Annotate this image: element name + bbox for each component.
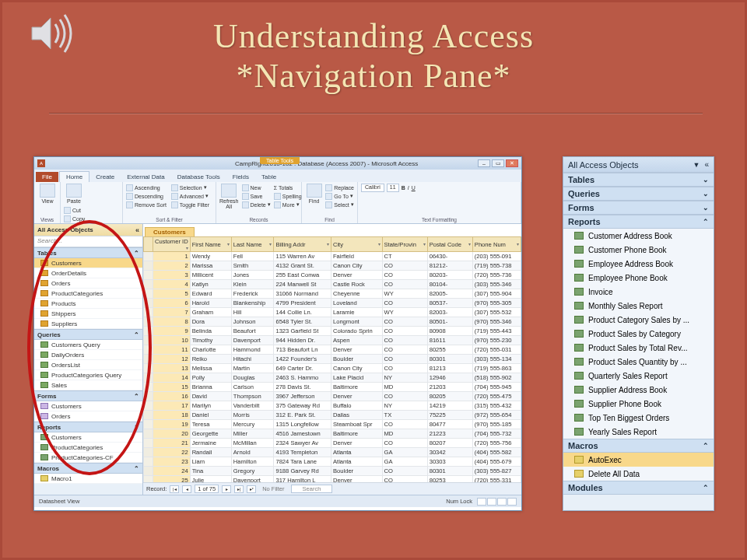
- tab-externaldata[interactable]: External Data: [121, 172, 170, 182]
- replace-button[interactable]: Replace: [325, 184, 354, 191]
- nav-item[interactable]: Customers: [34, 401, 142, 411]
- nav-item[interactable]: Quarterly Sales Report: [563, 369, 714, 383]
- nav-item[interactable]: OrdersList: [34, 360, 142, 370]
- table-row[interactable]: 19TeresaMercury1315 LongfellowSteamboat …: [144, 420, 521, 429]
- prev-record[interactable]: ◂: [182, 485, 191, 493]
- column-header[interactable]: Billing Addr▾: [274, 237, 331, 252]
- nav-item[interactable]: AutoExec: [563, 453, 714, 467]
- minimize-button[interactable]: –: [478, 159, 490, 167]
- column-header[interactable]: Last Name▾: [231, 237, 274, 252]
- cat-reports[interactable]: Reports⌃: [34, 422, 142, 432]
- table-row[interactable]: 7GrahamHill144 Collie Ln.LaramieWY82003-…: [144, 308, 521, 317]
- nav-item[interactable]: Sales: [34, 380, 142, 390]
- nav-item[interactable]: Yearly Sales Report: [563, 425, 714, 439]
- nav-item[interactable]: ProductCategories: [34, 443, 142, 453]
- nav-item[interactable]: Product Sales by Total Rev...: [563, 341, 714, 355]
- column-header[interactable]: Customer ID▾: [153, 237, 191, 252]
- table-row[interactable]: 9BelindaBeaufort1323 Garfield StColorado…: [144, 327, 521, 336]
- paste-button[interactable]: Paste: [64, 184, 84, 204]
- nav-item[interactable]: ProductCategories Query: [34, 370, 142, 380]
- search-box[interactable]: Search: [291, 485, 333, 493]
- nav-item[interactable]: Delete All Data: [563, 467, 714, 481]
- selection-button[interactable]: Selection▾: [171, 184, 209, 191]
- nav-item[interactable]: Monthly Sales Report: [563, 299, 714, 313]
- column-header[interactable]: City▾: [331, 237, 382, 252]
- last-record[interactable]: ▸|: [234, 485, 244, 493]
- table-row[interactable]: 8DoraJohnson6548 Tyler St.LongmontCO8050…: [144, 317, 521, 327]
- new-record[interactable]: ▸*: [247, 485, 256, 493]
- nav-item[interactable]: Supplier Address Book: [563, 383, 714, 397]
- nav-item[interactable]: Orders: [34, 278, 142, 289]
- table-row[interactable]: 24TinaGregory9188 Garvey RdBoulderCO8030…: [144, 467, 521, 476]
- table-row[interactable]: 20GeorgetteMiller4516 JamestownBaltimore…: [144, 429, 521, 439]
- font-size[interactable]: 11: [387, 184, 399, 192]
- more-button[interactable]: More▾: [274, 201, 302, 208]
- nav-item[interactable]: Product Sales by Category: [563, 327, 714, 341]
- nav-item[interactable]: Suppliers: [34, 319, 142, 329]
- nav-item[interactable]: Shippers: [34, 309, 142, 319]
- file-tab[interactable]: File: [36, 172, 58, 182]
- nav-item[interactable]: Employee Phone Book: [563, 271, 714, 285]
- navpane-header[interactable]: All Access Objects«: [34, 224, 142, 236]
- table-row[interactable]: 17MarilynVanderbilt375 Gateway RdBuffalo…: [144, 401, 521, 411]
- tab-table[interactable]: Table: [255, 172, 282, 182]
- next-record[interactable]: ▸: [222, 485, 231, 493]
- view-icons[interactable]: [477, 498, 517, 506]
- table-row[interactable]: 13MelissaMartin649 Carter Dr.Canon CityC…: [144, 364, 521, 373]
- tab-create[interactable]: Create: [89, 172, 121, 182]
- table-row[interactable]: 16DavidThompson3967 JeffersonDenverCO802…: [144, 392, 521, 401]
- np2-cat-reports[interactable]: Reports⌃: [563, 215, 714, 229]
- table-row[interactable]: 11CharlotteHammond713 Beaufort LnDenverC…: [144, 345, 521, 355]
- nav-item[interactable]: OrderDetails: [34, 268, 142, 278]
- table-row[interactable]: 25JulieDavenport317 Hamilton LDenverCO80…: [144, 476, 521, 483]
- table-row[interactable]: 2MarissaSmith4132 Grant St.Canon CityCO8…: [144, 261, 521, 271]
- nav-item[interactable]: Customers Query: [34, 340, 142, 350]
- data-table[interactable]: Customer ID▾First Name▾Last Name▾Billing…: [143, 236, 521, 482]
- nav-item[interactable]: ProductCategories-CF: [34, 453, 142, 463]
- maximize-button[interactable]: ▭: [492, 159, 504, 167]
- italic-button[interactable]: I: [408, 185, 409, 191]
- font-name[interactable]: Calibri: [361, 184, 384, 192]
- bold-button[interactable]: B: [402, 185, 405, 191]
- new-button[interactable]: New: [242, 184, 271, 191]
- delete-button[interactable]: Delete▾: [242, 201, 271, 208]
- nav-item[interactable]: Macro1: [34, 474, 142, 484]
- table-row[interactable]: 10TimothyDavenport944 Hidden Dr.AspenCO8…: [144, 336, 521, 345]
- refresh-button[interactable]: Refresh All: [219, 184, 239, 209]
- nav-item[interactable]: ProductCategories: [34, 289, 142, 299]
- table-row[interactable]: 12ReikoHitachi1422 Founder'sBoulderCO803…: [144, 355, 521, 364]
- tab-databasetools[interactable]: Database Tools: [171, 172, 226, 182]
- cat-forms[interactable]: Forms⌃: [34, 390, 142, 401]
- table-row[interactable]: 4KatlynKlein224 Manwell StCastle RockCO8…: [144, 280, 521, 289]
- nav-item[interactable]: Employee Address Book: [563, 257, 714, 271]
- np2-cat-queries[interactable]: Queries⌄: [563, 187, 714, 201]
- dropdown-icon[interactable]: ▼: [693, 161, 700, 169]
- np2-cat-modules[interactable]: Modules⌃: [563, 481, 714, 495]
- tab-home[interactable]: Home: [59, 171, 89, 182]
- np2-cat-forms[interactable]: Forms⌄: [563, 201, 714, 215]
- remove-sort-button[interactable]: Remove Sort: [126, 201, 167, 208]
- np2-cat-tables[interactable]: Tables⌄: [563, 173, 714, 187]
- collapse-icon[interactable]: «: [135, 226, 139, 234]
- table-row[interactable]: 14PollyDouglas2463 S. HammoLake PlacidNY…: [144, 373, 521, 383]
- totals-button[interactable]: ΣTotals: [274, 184, 302, 191]
- table-row[interactable]: 22RandallArnold4193 TempletonAtlantaGA30…: [144, 448, 521, 457]
- ascending-button[interactable]: Ascending: [126, 184, 167, 191]
- copy-button[interactable]: Copy: [64, 215, 108, 222]
- close-button[interactable]: ✕: [506, 159, 518, 167]
- np2-cat-macros[interactable]: Macros⌃: [563, 439, 714, 453]
- view-button[interactable]: View: [37, 184, 58, 204]
- table-row[interactable]: 15BriannaCarlson278 Davis St.BaltimoreMD…: [144, 383, 521, 392]
- table-row[interactable]: 23LiamHamilton7824 Tara LaneAtlantaGA303…: [144, 457, 521, 467]
- cat-tables[interactable]: Tables⌃: [34, 247, 142, 258]
- object-tab[interactable]: Customers: [145, 227, 195, 236]
- save-button[interactable]: Save: [242, 192, 271, 200]
- table-row[interactable]: 1WendyFell115 Warren AvFairfieldCT06430-…: [144, 252, 521, 261]
- nav-item[interactable]: Top Ten Biggest Orders: [563, 411, 714, 425]
- column-header[interactable]: Phone Num▾: [472, 237, 521, 252]
- select-button[interactable]: Select▾: [325, 201, 354, 208]
- table-row[interactable]: 3MillicentJones255 East ConwaDenverCO802…: [144, 271, 521, 280]
- tab-fields[interactable]: Fields: [226, 172, 255, 182]
- navpane-search[interactable]: Search...: [34, 236, 142, 247]
- spelling-button[interactable]: Spelling: [274, 192, 302, 200]
